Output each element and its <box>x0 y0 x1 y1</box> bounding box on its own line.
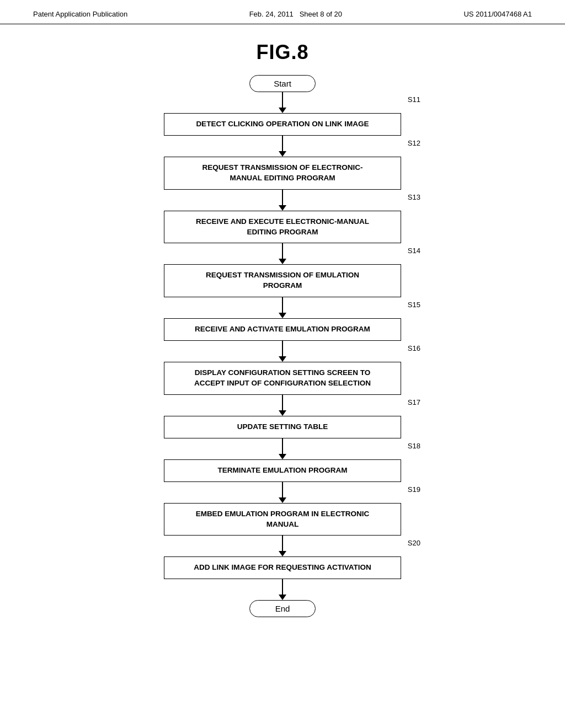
arrow-head <box>279 356 286 362</box>
arrow-head <box>279 205 286 211</box>
arrow-line <box>282 536 283 551</box>
arrow-line <box>282 438 283 454</box>
end-terminal-row: End <box>145 600 420 617</box>
arrow-head <box>279 151 286 157</box>
step-s18-row: TERMINATE EMULATION PROGRAM <box>145 459 420 482</box>
step-s17-row: UPDATE SETTING TABLE <box>145 416 420 438</box>
arrow-s18: S18 <box>145 438 420 459</box>
step-s19-row: EMBED EMULATION PROGRAM IN ELECTRONICMAN… <box>145 503 420 536</box>
step-label-s20: S20 <box>408 539 420 547</box>
arrow-s17: S17 <box>145 395 420 416</box>
step-s16-box: DISPLAY CONFIGURATION SETTING SCREEN TOA… <box>164 362 401 395</box>
end-terminal: End <box>249 600 316 617</box>
step-label-s15: S15 <box>408 301 420 309</box>
arrow-head <box>279 259 286 264</box>
step-s19-box: EMBED EMULATION PROGRAM IN ELECTRONICMAN… <box>164 503 401 536</box>
step-s11-row: DETECT CLICKING OPERATION ON LINK IMAGE <box>145 113 420 136</box>
arrow-s12: S12 <box>145 136 420 157</box>
arrow-line <box>282 341 283 356</box>
step-s15-row: RECEIVE AND ACTIVATE EMULATION PROGRAM <box>145 318 420 341</box>
arrow-line <box>282 92 283 108</box>
arrow-s20: S20 <box>145 536 420 556</box>
step-label-s19: S19 <box>408 485 420 494</box>
arrow-end <box>145 579 420 600</box>
arrow-s13: S13 <box>145 190 420 211</box>
step-label-s11: S11 <box>408 95 420 104</box>
step-s16-row: DISPLAY CONFIGURATION SETTING SCREEN TOA… <box>145 362 420 395</box>
step-label-s13: S13 <box>408 193 420 201</box>
start-terminal: Start <box>249 75 316 92</box>
step-s20-box: ADD LINK IMAGE FOR REQUESTING ACTIVATION <box>164 556 401 579</box>
arrow-s14: S14 <box>145 243 420 264</box>
step-label-s14: S14 <box>408 247 420 255</box>
arrow-line <box>282 243 283 259</box>
arrow-line <box>282 395 283 410</box>
arrow-s15: S15 <box>145 297 420 318</box>
arrow-head <box>279 108 286 113</box>
arrow-head <box>279 551 286 556</box>
step-s15-box: RECEIVE AND ACTIVATE EMULATION PROGRAM <box>164 318 401 341</box>
step-label-s16: S16 <box>408 344 420 352</box>
flowchart: Start S11 DETECT CLICKING OPERATION ON L… <box>145 75 420 617</box>
arrow-head <box>279 595 286 600</box>
step-s13-box: RECEIVE AND EXECUTE ELECTRONIC-MANUALEDI… <box>164 211 401 244</box>
step-s12-row: REQUEST TRANSMISSION OF ELECTRONIC-MANUA… <box>145 157 420 190</box>
arrow-head <box>279 410 286 416</box>
header-publication-label: Patent Application Publication <box>33 10 127 18</box>
header-date-sheet: Feb. 24, 2011 Sheet 8 of 20 <box>249 10 342 18</box>
step-s14-box: REQUEST TRANSMISSION OF EMULATIONPROGRAM <box>164 264 401 297</box>
step-label-s17: S17 <box>408 398 420 406</box>
step-label-s18: S18 <box>408 442 420 450</box>
step-s14-row: REQUEST TRANSMISSION OF EMULATIONPROGRAM <box>145 264 420 297</box>
step-s18-box: TERMINATE EMULATION PROGRAM <box>164 459 401 482</box>
step-label-s12: S12 <box>408 139 420 147</box>
step-s11-box: DETECT CLICKING OPERATION ON LINK IMAGE <box>164 113 401 136</box>
arrow-line <box>282 482 283 497</box>
main-content: FIG.8 Start S11 DETECT CLICKING OPERATIO… <box>0 24 565 634</box>
arrow-line <box>282 579 283 595</box>
step-s20-row: ADD LINK IMAGE FOR REQUESTING ACTIVATION <box>145 556 420 579</box>
arrow-head <box>279 313 286 318</box>
arrow-line <box>282 190 283 205</box>
arrow-s11: S11 <box>145 92 420 113</box>
arrow-head <box>279 497 286 503</box>
start-terminal-row: Start <box>145 75 420 92</box>
step-s12-box: REQUEST TRANSMISSION OF ELECTRONIC-MANUA… <box>164 157 401 190</box>
arrow-s16: S16 <box>145 341 420 362</box>
arrow-head <box>279 454 286 459</box>
figure-title: FIG.8 <box>256 41 308 64</box>
step-s17-box: UPDATE SETTING TABLE <box>164 416 401 438</box>
arrow-line <box>282 297 283 313</box>
arrow-s19: S19 <box>145 482 420 503</box>
arrow-line <box>282 136 283 151</box>
header-patent-number: US 2011/0047468 A1 <box>463 10 532 18</box>
step-s13-row: RECEIVE AND EXECUTE ELECTRONIC-MANUALEDI… <box>145 211 420 244</box>
page-header: Patent Application Publication Feb. 24, … <box>0 0 565 24</box>
